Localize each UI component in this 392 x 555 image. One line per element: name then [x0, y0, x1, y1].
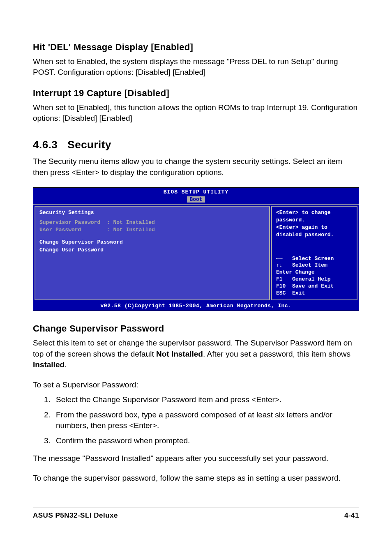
password-installed-msg: The message "Password Installed" appears… — [33, 453, 359, 464]
section-number: 4.6.3 — [33, 138, 58, 151]
bios-title: BIOS SETUP UTILITY — [33, 188, 359, 196]
section-desc: The Security menu items allow you to cha… — [33, 156, 359, 178]
section-heading: 4.6.3Security — [33, 137, 359, 152]
option-desc-int19: When set to [Enabled], this function all… — [33, 102, 359, 124]
option-heading-del: Hit 'DEL' Message Display [Enabled] — [33, 41, 359, 54]
bios-screenshot: BIOS SETUP UTILITY Boot Security Setting… — [33, 187, 359, 311]
footer-right: 4-41 — [344, 511, 359, 520]
bios-left-title: Security Settings — [39, 209, 265, 216]
bios-tab-boot: Boot — [187, 196, 205, 203]
bios-tab-row: Boot — [33, 196, 359, 204]
step-1: Select the Change Supervisor Password it… — [53, 394, 359, 405]
bios-footer: v02.58 (C)Copyright 1985-2004, American … — [33, 302, 359, 311]
bios-help-text: <Enter> to change password. <Enter> agai… — [276, 209, 353, 239]
para1-bold-not-installed: Not Installed — [156, 350, 203, 358]
bios-body: Security Settings Supervisor Password : … — [33, 204, 359, 302]
change-supervisor-heading: Change Supervisor Password — [33, 322, 359, 335]
page-footer: ASUS P5N32-SLI Deluxe 4-41 — [33, 507, 359, 520]
para1-part-b: . After you set a password, this item sh… — [203, 350, 350, 358]
option-desc-del: When set to Enabled, the system displays… — [33, 56, 359, 78]
para1-part-c: . — [65, 360, 67, 369]
set-supervisor-intro: To set a Supervisor Password: — [33, 380, 359, 391]
bios-nav-keys: ←→ Select Screen ↑↓ Select Item Enter Ch… — [276, 256, 353, 297]
supervisor-steps-list: Select the Change Supervisor Password it… — [33, 394, 359, 446]
option-heading-int19: Interrupt 19 Capture [Disabled] — [33, 87, 359, 100]
bios-action-change-supervisor: Change Supervisor Password — [39, 239, 265, 246]
bios-right-panel: <Enter> to change password. <Enter> agai… — [271, 206, 357, 300]
bios-field-supervisor: Supervisor Password : Not Installed — [39, 219, 265, 226]
change-supervisor-note: To change the supervisor password, follo… — [33, 473, 359, 484]
step-3: Confirm the password when prompted. — [53, 435, 359, 447]
change-supervisor-para1: Select this item to set or change the su… — [33, 338, 359, 371]
section-title: Security — [67, 138, 111, 151]
bios-field-user: User Password : Not Installed — [39, 226, 265, 234]
step-2: From the password box, type a password c… — [53, 410, 359, 431]
bios-action-change-user: Change User Password — [39, 246, 265, 254]
para1-bold-installed: Installed — [33, 360, 65, 369]
bios-left-panel: Security Settings Supervisor Password : … — [35, 206, 270, 300]
footer-left: ASUS P5N32-SLI Deluxe — [33, 511, 118, 520]
